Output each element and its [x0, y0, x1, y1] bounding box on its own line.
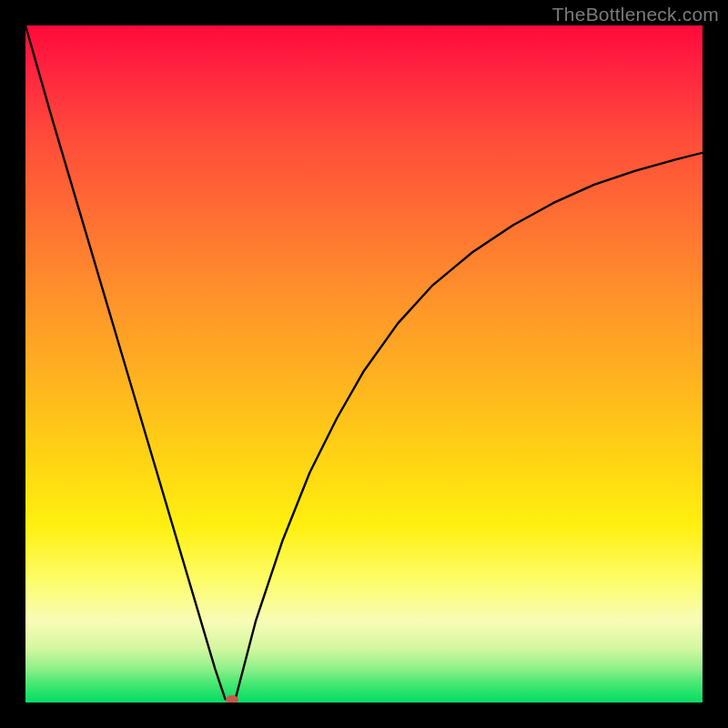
watermark-text: TheBottleneck.com — [552, 4, 719, 25]
curve-svg — [25, 25, 703, 703]
plot-area — [25, 25, 703, 703]
bottleneck-curve — [25, 25, 703, 699]
chart-frame: TheBottleneck.com — [0, 0, 728, 728]
